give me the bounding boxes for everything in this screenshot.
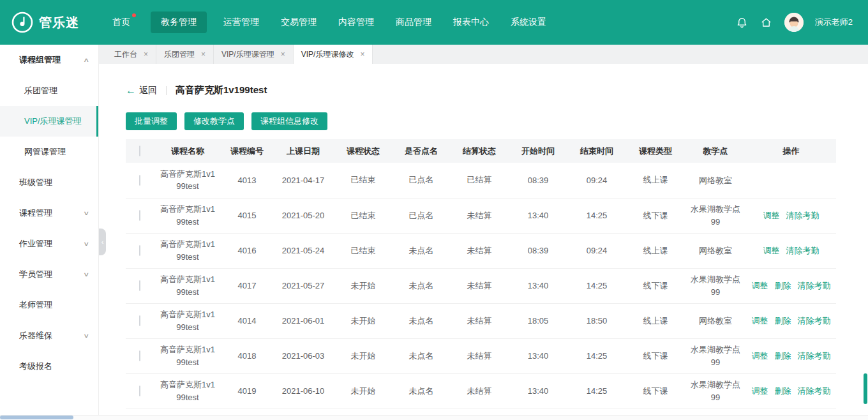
- cell-end: 09:24: [567, 233, 626, 268]
- top-nav-item[interactable]: 首页: [111, 11, 131, 33]
- select-all-checkbox[interactable]: [139, 146, 140, 156]
- top-nav-item[interactable]: 交易管理: [280, 11, 318, 33]
- row-action-link[interactable]: 删除: [775, 316, 791, 326]
- sidebar-item-label: 乐器维保: [19, 330, 52, 341]
- cell-date: 2021-05-24: [273, 233, 334, 268]
- close-tab-icon[interactable]: ×: [360, 50, 364, 58]
- top-nav-item[interactable]: 教务管理: [151, 11, 207, 33]
- row-checkbox[interactable]: [139, 210, 140, 221]
- row-action-link[interactable]: 删除: [775, 386, 791, 396]
- app-logo[interactable]: 管乐迷: [0, 11, 101, 33]
- avatar[interactable]: [784, 13, 804, 32]
- sidebar-item[interactable]: 乐团管理: [0, 75, 98, 106]
- tab-item[interactable]: VIP/乐理课管理×: [214, 45, 294, 64]
- sidebar-item[interactable]: 课程管理∨: [0, 198, 98, 229]
- top-nav-item[interactable]: 商品管理: [394, 11, 433, 33]
- table-row: 高音萨克斯1v199test40132021-04-17已结束已点名已结算08:…: [126, 163, 836, 198]
- row-action-link[interactable]: 调整: [763, 211, 780, 220]
- tab-item[interactable]: 工作台×: [107, 45, 156, 64]
- cell-type: 线上课: [626, 303, 685, 338]
- course-name: 高音萨克斯1v199test: [158, 273, 217, 298]
- table-row: 高音萨克斯1v199test40142021-06-01未开始未点名未结算18:…: [126, 303, 836, 338]
- sidebar-collapse-handle[interactable]: ‹: [99, 229, 106, 255]
- table-row: 高音萨克斯1v199test40162021-05-24已结束未点名未结算08:…: [126, 233, 836, 268]
- header-cell: 上课日期: [273, 139, 334, 163]
- sidebar-item[interactable]: 学员管理∨: [0, 259, 98, 290]
- vertical-scrollbar-thumb[interactable]: [864, 373, 867, 404]
- cell-select: [126, 373, 154, 409]
- sidebar-item[interactable]: 老师管理: [0, 290, 98, 320]
- row-action-link[interactable]: 调整: [752, 351, 768, 361]
- logo-icon: [11, 11, 33, 33]
- location-name: 网络教室: [699, 244, 732, 257]
- cell-type: 线上课: [626, 233, 685, 268]
- back-button[interactable]: ← 返回: [126, 85, 157, 96]
- sidebar-item[interactable]: 乐器维保∨: [0, 320, 98, 351]
- sidebar-item-label: 班级管理: [19, 177, 52, 188]
- sidebar-item[interactable]: VIP/乐理课管理: [0, 106, 98, 137]
- row-checkbox[interactable]: [139, 315, 140, 326]
- tab-label: 工作台: [114, 49, 137, 60]
- tab-label: VIP/乐理课管理: [221, 49, 274, 60]
- cell-location: 网络教室: [685, 303, 746, 338]
- row-action-link[interactable]: 调整: [763, 246, 780, 255]
- bell-icon[interactable]: [736, 16, 749, 29]
- tab-item[interactable]: VIP/乐理课修改×: [294, 45, 373, 64]
- row-checkbox[interactable]: [139, 280, 140, 291]
- row-action-link[interactable]: 删除: [775, 281, 791, 290]
- top-nav-item[interactable]: 报表中心: [452, 11, 490, 33]
- tab-label: VIP/乐理课修改: [301, 49, 354, 60]
- header-cell: 结束时间: [567, 139, 626, 163]
- tab-item[interactable]: 乐团管理×: [156, 45, 214, 64]
- close-tab-icon[interactable]: ×: [281, 50, 285, 58]
- sidebar-item[interactable]: 网管课管理: [0, 137, 98, 167]
- toolbar-button[interactable]: 课程组信息修改: [251, 112, 327, 130]
- cell-date: 2021-06-03: [273, 338, 334, 373]
- cell-end: 18:50: [567, 303, 626, 338]
- row-action-link[interactable]: 清除考勤: [798, 351, 831, 361]
- row-checkbox[interactable]: [139, 175, 140, 186]
- close-tab-icon[interactable]: ×: [201, 50, 206, 58]
- header-cell: 是否点名: [393, 139, 450, 163]
- header-cell: 课程名称: [154, 139, 221, 163]
- row-action-link[interactable]: 清除考勤: [798, 316, 831, 326]
- sidebar-item[interactable]: 作业管理∨: [0, 229, 98, 259]
- cell-status: 未开始: [334, 303, 393, 338]
- row-checkbox[interactable]: [139, 386, 140, 396]
- home-icon[interactable]: [760, 16, 773, 29]
- row-action-link[interactable]: 清除考勤: [798, 281, 831, 290]
- row-action-link[interactable]: 清除考勤: [786, 211, 819, 220]
- cell-type: 线下课: [626, 373, 685, 409]
- course-name: 高音萨克斯1v199test: [158, 238, 217, 263]
- cell-start: 13:40: [509, 373, 567, 409]
- row-checkbox[interactable]: [139, 245, 140, 256]
- cell-name: 高音萨克斯1v199test: [154, 163, 221, 198]
- row-checkbox[interactable]: [139, 350, 140, 361]
- row-action-link[interactable]: 调整: [752, 281, 768, 290]
- toolbar-button[interactable]: 批量调整: [126, 112, 177, 130]
- location-name: 网络教室: [699, 315, 732, 327]
- row-action-link[interactable]: 调整: [752, 316, 768, 326]
- cell-type: 线下课: [626, 338, 685, 373]
- user-name[interactable]: 演示老师2: [815, 17, 853, 28]
- row-action-link[interactable]: 清除考勤: [798, 386, 831, 396]
- cell-end: 09:24: [567, 163, 626, 198]
- toolbar-button[interactable]: 修改教学点: [184, 112, 244, 130]
- sidebar-item[interactable]: 课程组管理∧: [0, 45, 98, 75]
- tab-label: 乐团管理: [164, 49, 195, 60]
- cell-settle: 未结算: [450, 338, 509, 373]
- top-nav-item[interactable]: 系统设置: [509, 11, 548, 33]
- horizontal-scrollbar-thumb[interactable]: [0, 416, 73, 419]
- row-action-link[interactable]: 调整: [752, 386, 768, 396]
- close-tab-icon[interactable]: ×: [144, 50, 148, 58]
- cell-start: 13:40: [509, 198, 567, 233]
- row-action-link[interactable]: 删除: [775, 351, 791, 361]
- top-nav-item[interactable]: 运营管理: [222, 11, 260, 33]
- cell-settle: 未结算: [450, 373, 509, 409]
- sidebar-item[interactable]: 考级报名: [0, 351, 98, 382]
- sidebar-item[interactable]: 班级管理: [0, 167, 98, 198]
- top-nav-item[interactable]: 内容管理: [337, 11, 375, 33]
- row-action-link[interactable]: 清除考勤: [786, 246, 819, 255]
- cell-code: 4014: [221, 303, 273, 338]
- cell-location: 水果湖教学点99: [685, 198, 746, 233]
